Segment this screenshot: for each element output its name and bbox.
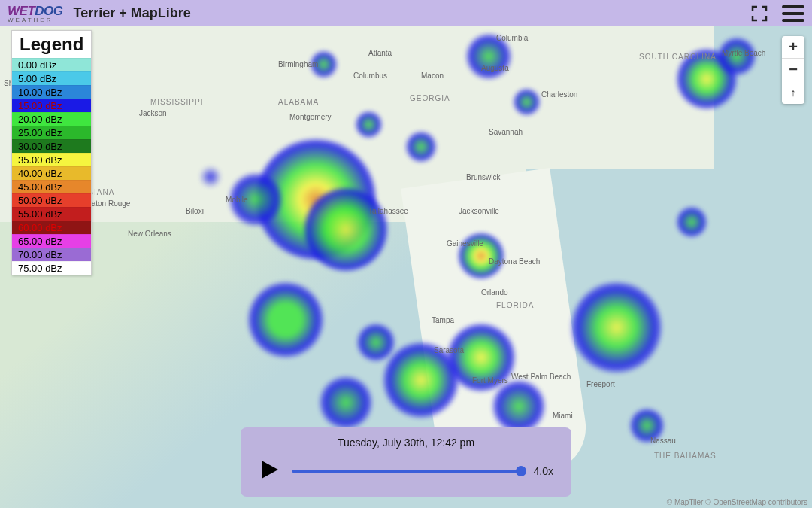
state-label: GEORGIA — [410, 94, 450, 102]
city-label: Orlando — [481, 288, 508, 297]
player-timestamp: Tuesday, July 30th, 12:42 pm — [259, 437, 553, 449]
state-label: MISSISSIPPI — [150, 98, 203, 106]
map-attribution: © MapTiler © OpenStreetMap contributors — [667, 498, 807, 506]
radar-echo — [356, 111, 382, 138]
legend-item: 75.00 dBz — [12, 261, 91, 275]
city-label: Nassau — [650, 437, 676, 445]
city-label: Columbus — [353, 71, 387, 80]
city-label: Montgomery — [289, 113, 332, 121]
city-label: Mobile — [226, 196, 247, 204]
legend-item: 70.00 dBz — [12, 248, 91, 261]
city-label: Daytona Beach — [489, 257, 540, 266]
radar-echo — [677, 207, 707, 237]
hamburger-menu-icon[interactable] — [782, 5, 804, 22]
legend-item: 30.00 dBz — [12, 139, 91, 153]
zoom-in-button[interactable]: + — [782, 36, 804, 59]
slider-thumb[interactable] — [516, 466, 526, 476]
city-label: Macon — [421, 71, 444, 80]
legend-item: 35.00 dBz — [12, 153, 91, 166]
city-label: Freeport — [586, 380, 615, 388]
legend-item: 45.00 dBz — [12, 180, 91, 193]
legend-item: 20.00 dBz — [12, 112, 91, 126]
svg-rect-2 — [782, 19, 804, 22]
radar-echo — [357, 324, 395, 361]
radar-echo — [199, 166, 222, 188]
legend-item: 10.00 dBz — [12, 85, 91, 99]
city-label: Miami — [553, 412, 573, 420]
header-right — [750, 5, 804, 23]
zoom-controls: + − ↑ — [782, 36, 804, 104]
city-label: Columbia — [496, 34, 528, 42]
legend-item: 15.00 dBz — [12, 99, 91, 112]
state-label: ALABAMA — [278, 98, 319, 106]
city-label: Augusta — [481, 64, 509, 72]
legend-title: Legend — [12, 31, 91, 58]
time-slider[interactable] — [292, 470, 522, 473]
header-left: WETDOG WEATHER Terrier + MapLibre — [8, 4, 191, 23]
city-label: Fort Myers — [472, 376, 508, 385]
logo-wet: WET — [8, 4, 35, 18]
legend-item: 60.00 dBz — [12, 221, 91, 234]
legend-item: 55.00 dBz — [12, 207, 91, 221]
radar-echo — [248, 282, 323, 357]
city-label: Tallahassee — [368, 207, 408, 215]
radar-echo — [492, 380, 545, 433]
city-label: Gainesville — [447, 239, 483, 248]
city-label: Sarasota — [434, 346, 464, 354]
state-label: THE BAHAMAS — [654, 452, 717, 460]
player-controls: 4.0x — [259, 459, 553, 483]
radar-echo — [304, 188, 387, 271]
city-label: Biloxi — [186, 207, 204, 215]
city-label: Atlanta — [368, 49, 392, 57]
state-label: SOUTH CAROLINA — [639, 53, 717, 61]
play-button[interactable] — [259, 459, 280, 483]
legend-item: 40.00 dBz — [12, 166, 91, 180]
animation-player: Tuesday, July 30th, 12:42 pm 4.0x — [241, 427, 571, 497]
radar-echo — [571, 282, 662, 373]
app-header: WETDOG WEATHER Terrier + MapLibre — [0, 0, 812, 26]
radar-echo — [406, 132, 436, 162]
svg-rect-1 — [782, 12, 804, 15]
page-title: Terrier + MapLibre — [74, 5, 191, 21]
legend-item: 0.00 dBz — [12, 58, 91, 71]
city-label: Jacksonville — [459, 207, 499, 215]
reset-bearing-button[interactable]: ↑ — [782, 81, 804, 104]
legend-item: 5.00 dBz — [12, 71, 91, 85]
radar-echo — [514, 89, 540, 115]
zoom-out-button[interactable]: − — [782, 59, 804, 81]
city-label: Tampa — [432, 316, 454, 324]
city-label: West Palm Beach — [511, 373, 571, 381]
city-label: Jackson — [139, 109, 167, 117]
legend-item: 25.00 dBz — [12, 126, 91, 139]
fullscreen-icon[interactable] — [750, 5, 768, 23]
logo[interactable]: WETDOG WEATHER — [8, 4, 63, 23]
city-label: Charleston — [541, 90, 577, 99]
legend-item: 65.00 dBz — [12, 234, 91, 248]
logo-dog: DOG — [35, 4, 62, 18]
legend-item: 50.00 dBz — [12, 193, 91, 207]
legend-panel: Legend 0.00 dBz5.00 dBz10.00 dBz15.00 dB… — [11, 30, 92, 275]
city-label: Birmingham — [278, 60, 318, 68]
city-label: Baton Rouge — [86, 199, 130, 208]
svg-rect-0 — [782, 5, 804, 8]
city-label: New Orleans — [128, 230, 171, 238]
city-label: Myrtle Beach — [722, 49, 765, 57]
state-label: FLORIDA — [496, 301, 534, 309]
playback-speed[interactable]: 4.0x — [534, 465, 553, 477]
city-label: Savannah — [489, 128, 523, 136]
radar-echo — [320, 376, 372, 429]
city-label: Brunswick — [466, 173, 501, 181]
